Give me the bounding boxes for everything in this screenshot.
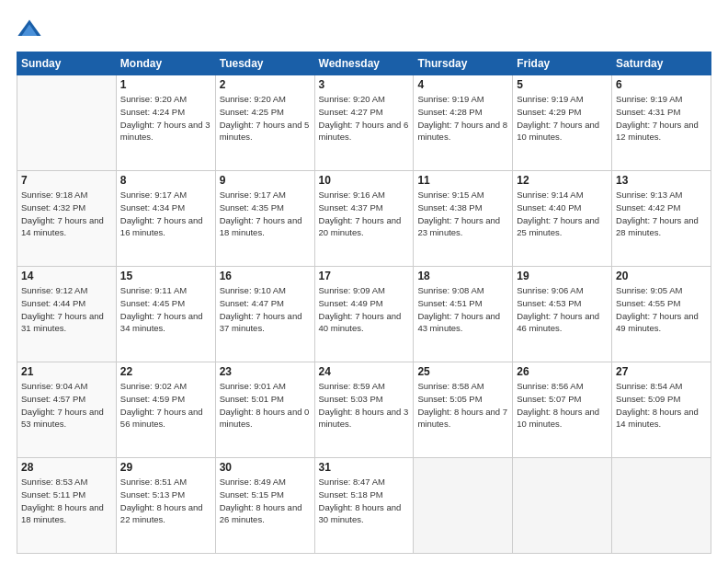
calendar-cell: 8Sunrise: 9:17 AMSunset: 4:34 PMDaylight…	[116, 171, 215, 267]
calendar-cell: 1Sunrise: 9:20 AMSunset: 4:24 PMDaylight…	[116, 75, 215, 171]
sunrise-text: Sunrise: 9:06 AM	[517, 285, 583, 295]
sunrise-text: Sunrise: 8:47 AM	[319, 477, 385, 487]
day-info: Sunrise: 9:18 AMSunset: 4:32 PMDaylight:…	[21, 189, 112, 239]
daylight-text: Daylight: 7 hours and 12 minutes.	[616, 120, 699, 143]
sunrise-text: Sunrise: 8:51 AM	[120, 477, 187, 487]
sunrise-text: Sunrise: 9:08 AM	[417, 285, 483, 295]
day-number: 14	[21, 270, 112, 282]
day-number: 19	[517, 270, 608, 282]
sunset-text: Sunset: 4:49 PM	[319, 298, 383, 308]
daylight-text: Daylight: 8 hours and 10 minutes.	[517, 407, 599, 430]
day-info: Sunrise: 8:56 AMSunset: 5:07 PMDaylight:…	[517, 380, 608, 431]
sunrise-text: Sunrise: 9:01 AM	[220, 381, 286, 391]
sunset-text: Sunset: 4:44 PM	[21, 298, 85, 308]
calendar-cell: 16Sunrise: 9:10 AMSunset: 4:47 PMDayligh…	[215, 267, 314, 362]
day-info: Sunrise: 9:10 AMSunset: 4:47 PMDaylight:…	[220, 284, 311, 335]
day-info: Sunrise: 9:20 AMSunset: 4:24 PMDaylight:…	[120, 93, 211, 144]
day-number: 21	[21, 365, 112, 378]
calendar-cell: 17Sunrise: 9:09 AMSunset: 4:49 PMDayligh…	[314, 267, 414, 362]
day-number: 13	[616, 174, 707, 187]
day-number: 7	[21, 174, 112, 187]
day-header-sunday: Sunday	[17, 52, 117, 75]
sunset-text: Sunset: 4:28 PM	[417, 107, 482, 117]
calendar-cell: 2Sunrise: 9:20 AMSunset: 4:25 PMDaylight…	[215, 75, 314, 171]
sunset-text: Sunset: 4:35 PM	[220, 202, 284, 213]
header	[17, 17, 711, 42]
day-info: Sunrise: 9:05 AMSunset: 4:55 PMDaylight:…	[616, 284, 707, 335]
daylight-text: Daylight: 7 hours and 16 minutes.	[120, 215, 203, 238]
sunset-text: Sunset: 4:47 PM	[220, 298, 284, 308]
day-number: 6	[616, 78, 707, 91]
daylight-text: Daylight: 7 hours and 40 minutes.	[319, 311, 402, 334]
sunrise-text: Sunrise: 9:05 AM	[616, 285, 682, 295]
header-row: SundayMondayTuesdayWednesdayThursdayFrid…	[17, 52, 711, 75]
daylight-text: Daylight: 7 hours and 25 minutes.	[517, 215, 599, 238]
sunrise-text: Sunrise: 9:04 AM	[21, 381, 87, 391]
day-number: 17	[319, 270, 410, 282]
sunrise-text: Sunrise: 9:17 AM	[120, 190, 187, 200]
calendar-cell: 21Sunrise: 9:04 AMSunset: 4:57 PMDayligh…	[17, 362, 117, 458]
daylight-text: Daylight: 7 hours and 20 minutes.	[319, 215, 402, 238]
daylight-text: Daylight: 8 hours and 3 minutes.	[319, 407, 409, 430]
daylight-text: Daylight: 7 hours and 3 minutes.	[120, 120, 210, 143]
calendar-cell	[612, 458, 711, 554]
calendar-cell: 20Sunrise: 9:05 AMSunset: 4:55 PMDayligh…	[612, 267, 711, 362]
day-info: Sunrise: 9:16 AMSunset: 4:37 PMDaylight:…	[319, 189, 410, 239]
calendar-cell: 15Sunrise: 9:11 AMSunset: 4:45 PMDayligh…	[116, 267, 215, 362]
week-row-3: 14Sunrise: 9:12 AMSunset: 4:44 PMDayligh…	[17, 267, 711, 362]
day-info: Sunrise: 9:20 AMSunset: 4:25 PMDaylight:…	[220, 93, 311, 144]
sunset-text: Sunset: 4:27 PM	[319, 107, 383, 117]
day-header-friday: Friday	[513, 52, 612, 75]
day-header-saturday: Saturday	[612, 52, 711, 75]
sunrise-text: Sunrise: 8:59 AM	[319, 381, 385, 391]
sunrise-text: Sunrise: 8:54 AM	[616, 381, 682, 391]
calendar-cell	[513, 458, 612, 554]
calendar-cell: 14Sunrise: 9:12 AMSunset: 4:44 PMDayligh…	[17, 267, 117, 362]
day-number: 12	[517, 174, 608, 187]
day-info: Sunrise: 9:19 AMSunset: 4:29 PMDaylight:…	[517, 93, 608, 144]
day-header-thursday: Thursday	[414, 52, 513, 75]
sunset-text: Sunset: 5:15 PM	[220, 489, 284, 500]
day-number: 16	[220, 270, 311, 282]
daylight-text: Daylight: 7 hours and 28 minutes.	[616, 215, 699, 238]
week-row-1: 1Sunrise: 9:20 AMSunset: 4:24 PMDaylight…	[17, 75, 711, 171]
day-number: 22	[120, 365, 211, 378]
sunrise-text: Sunrise: 9:13 AM	[616, 190, 682, 200]
calendar-cell: 26Sunrise: 8:56 AMSunset: 5:07 PMDayligh…	[513, 362, 612, 458]
day-number: 1	[120, 78, 211, 91]
day-info: Sunrise: 8:53 AMSunset: 5:11 PMDaylight:…	[21, 476, 112, 526]
sunset-text: Sunset: 4:31 PM	[616, 107, 680, 117]
day-info: Sunrise: 9:17 AMSunset: 4:34 PMDaylight:…	[120, 189, 211, 239]
sunrise-text: Sunrise: 9:16 AM	[319, 190, 385, 200]
sunset-text: Sunset: 5:07 PM	[517, 394, 581, 404]
sunset-text: Sunset: 5:18 PM	[319, 489, 383, 500]
sunrise-text: Sunrise: 9:20 AM	[319, 94, 385, 104]
calendar-cell	[414, 458, 513, 554]
daylight-text: Daylight: 7 hours and 14 minutes.	[21, 215, 104, 238]
day-info: Sunrise: 8:49 AMSunset: 5:15 PMDaylight:…	[220, 476, 311, 526]
logo-icon	[17, 17, 42, 42]
day-info: Sunrise: 8:54 AMSunset: 5:09 PMDaylight:…	[616, 380, 707, 431]
calendar-cell: 6Sunrise: 9:19 AMSunset: 4:31 PMDaylight…	[612, 75, 711, 171]
daylight-text: Daylight: 7 hours and 23 minutes.	[417, 215, 500, 238]
day-number: 20	[616, 270, 707, 282]
calendar-cell	[17, 75, 117, 171]
day-number: 3	[319, 78, 410, 91]
daylight-text: Daylight: 7 hours and 37 minutes.	[220, 311, 302, 334]
day-number: 11	[417, 174, 508, 187]
day-number: 2	[220, 78, 311, 91]
sunset-text: Sunset: 5:05 PM	[417, 394, 482, 404]
day-info: Sunrise: 9:06 AMSunset: 4:53 PMDaylight:…	[517, 284, 608, 335]
day-number: 5	[517, 78, 608, 91]
day-number: 18	[417, 270, 508, 282]
logo	[17, 17, 42, 42]
week-row-4: 21Sunrise: 9:04 AMSunset: 4:57 PMDayligh…	[17, 362, 711, 458]
page: SundayMondayTuesdayWednesdayThursdayFrid…	[0, 0, 728, 563]
day-header-monday: Monday	[116, 52, 215, 75]
day-number: 9	[220, 174, 311, 187]
day-info: Sunrise: 9:13 AMSunset: 4:42 PMDaylight:…	[616, 189, 707, 239]
daylight-text: Daylight: 7 hours and 43 minutes.	[417, 311, 500, 334]
day-info: Sunrise: 9:01 AMSunset: 5:01 PMDaylight:…	[220, 380, 311, 431]
daylight-text: Daylight: 7 hours and 10 minutes.	[517, 120, 599, 143]
daylight-text: Daylight: 7 hours and 18 minutes.	[220, 215, 302, 238]
